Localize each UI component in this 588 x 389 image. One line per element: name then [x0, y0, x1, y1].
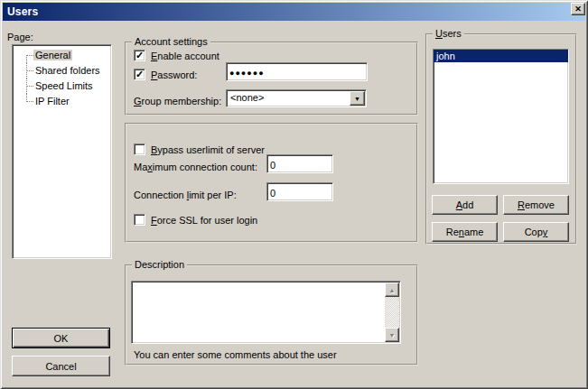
copy-button[interactable]: Copy [503, 222, 569, 242]
description-scrollbar[interactable]: ▲ ▼ [385, 282, 399, 342]
enable-account-checkbox[interactable]: ✓ [134, 50, 145, 61]
page-label: Page: [7, 32, 33, 43]
force-ssl-label: Force SSL for user login [151, 215, 257, 227]
account-settings-title: Account settings [132, 36, 210, 48]
dropdown-button[interactable]: ▼ [350, 91, 365, 106]
add-button[interactable]: Add [432, 195, 498, 215]
cancel-button[interactable]: Cancel [12, 356, 110, 376]
description-title: Description [132, 259, 187, 271]
password-input[interactable] [226, 62, 368, 81]
users-group: Users john Add Remove Rename Copy [425, 33, 577, 245]
remove-button[interactable]: Remove [503, 195, 569, 215]
ip-limit-input[interactable] [266, 182, 333, 201]
tree-connector [27, 55, 33, 56]
group-membership-value: <none> [230, 92, 264, 103]
password-label: Password: [151, 69, 197, 81]
connection-limits-group: Bypass userlimit of server Maximum conne… [125, 123, 418, 243]
description-field-frame: ▲ ▼ [131, 281, 401, 344]
users-title: Users [433, 28, 464, 40]
user-list-item[interactable]: john [434, 50, 568, 62]
tree-item-label: Speed Limits [33, 80, 95, 91]
tree-connector [27, 86, 33, 87]
tree-item-label: IP Filter [33, 96, 71, 107]
bypass-userlimit-label: Bypass userlimit of server [151, 144, 265, 156]
tree-item-speed-limits[interactable]: Speed Limits [13, 79, 111, 94]
scroll-down-icon: ▼ [389, 332, 396, 338]
password-checkbox[interactable]: ✓ [134, 69, 145, 80]
rename-button[interactable]: Rename [432, 222, 498, 242]
users-listbox[interactable]: john [433, 49, 569, 184]
scroll-down-button[interactable]: ▼ [385, 328, 399, 342]
tree-connector [27, 70, 33, 71]
titlebar[interactable]: Users [3, 3, 585, 21]
users-dialog: Users ✕ Page: GeneralShared foldersSpeed… [0, 0, 588, 389]
force-ssl-checkbox[interactable] [134, 214, 145, 226]
group-membership-label: Group membership: [134, 96, 221, 107]
description-textarea[interactable] [133, 282, 384, 342]
tree-connector [27, 101, 33, 102]
ok-button[interactable]: OK [12, 328, 110, 348]
group-membership-select[interactable]: <none> ▼ [226, 89, 367, 107]
tree-item-label: Shared folders [33, 65, 102, 76]
chevron-down-icon: ▼ [354, 96, 360, 102]
close-icon: ✕ [574, 5, 582, 14]
description-hint: You can enter some comments about the us… [134, 349, 337, 361]
bypass-userlimit-checkbox[interactable] [134, 144, 145, 155]
description-group: Description ▲ ▼ You can enter some comme… [125, 264, 418, 366]
max-connections-input[interactable] [266, 154, 333, 173]
ip-limit-label: Connection limit per IP: [134, 190, 237, 201]
scroll-up-button[interactable]: ▲ [385, 282, 399, 297]
tree-item-general[interactable]: General [13, 48, 111, 63]
account-settings-group: Account settings ✓ Enable account ✓ Pass… [125, 42, 418, 116]
close-button[interactable]: ✕ [571, 3, 585, 15]
window-title: Users [3, 5, 38, 18]
tree-connector [26, 55, 27, 63]
scroll-up-icon: ▲ [389, 287, 396, 293]
tree-item-ip-filter[interactable]: IP Filter [13, 94, 111, 109]
enable-account-label: Enable account [151, 51, 219, 62]
tree-item-label: General [33, 50, 72, 60]
page-tree[interactable]: GeneralShared foldersSpeed LimitsIP Filt… [12, 44, 112, 259]
tree-item-shared-folders[interactable]: Shared folders [13, 63, 111, 79]
max-connections-label: Maximum connection count: [134, 162, 257, 173]
